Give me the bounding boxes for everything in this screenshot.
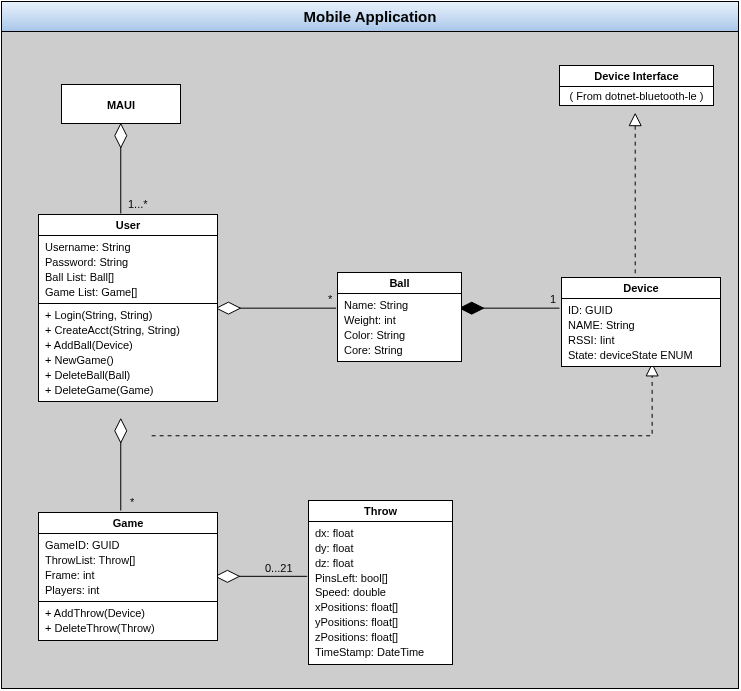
list-item: yPositions: float[] (315, 615, 446, 630)
list-item: dz: float (315, 556, 446, 571)
list-item: + DeleteBall(Ball) (45, 368, 211, 383)
list-item: Password: String (45, 255, 211, 270)
class-game-attrs: GameID: GUIDThrowList: Throw[]Frame: int… (39, 534, 217, 602)
class-throw-name: Throw (309, 501, 452, 522)
list-item: Weight: int (344, 313, 455, 328)
list-item: + CreateAcct(String, String) (45, 323, 211, 338)
diagram-title: Mobile Application (2, 2, 738, 32)
device-interface-subtitle: ( From dotnet-bluetooth-le ) (560, 87, 713, 105)
svg-marker-1 (115, 124, 127, 148)
list-item: + DeleteThrow(Throw) (45, 621, 211, 636)
diagram-frame: Mobile Application (1, 1, 739, 689)
mult-ball-device: 1 (550, 293, 556, 305)
class-game: Game GameID: GUIDThrowList: Throw[]Frame… (38, 512, 218, 641)
mult-maui-user: 1...* (128, 198, 148, 210)
class-game-ops: + AddThrow(Device)+ DeleteThrow(Throw) (39, 602, 217, 640)
mult-user-ball: * (328, 293, 332, 305)
class-device-attrs: ID: GUIDNAME: StringRSSI: IintState: dev… (562, 299, 720, 366)
list-item: Name: String (344, 298, 455, 313)
class-ball-name: Ball (338, 273, 461, 294)
svg-marker-3 (216, 302, 240, 314)
svg-marker-9 (115, 419, 127, 443)
list-item: Core: String (344, 343, 455, 358)
class-device: Device ID: GUIDNAME: StringRSSI: IintSta… (561, 277, 721, 367)
class-throw: Throw dx: floatdy: floatdz: floatPinsLef… (308, 500, 453, 665)
class-user-name: User (39, 215, 217, 236)
class-maui: MAUI (61, 84, 181, 124)
class-ball-attrs: Name: StringWeight: intColor: StringCore… (338, 294, 461, 361)
mult-game-throw: 0...21 (265, 562, 293, 574)
list-item: TimeStamp: DateTime (315, 645, 446, 660)
list-item: GameID: GUID (45, 538, 211, 553)
svg-marker-11 (215, 570, 239, 582)
list-item: xPositions: float[] (315, 600, 446, 615)
list-item: Players: int (45, 583, 211, 598)
mult-user-game: * (130, 496, 134, 508)
list-item: NAME: String (568, 318, 714, 333)
class-ball: Ball Name: StringWeight: intColor: Strin… (337, 272, 462, 362)
device-interface-name: Device Interface (560, 66, 713, 87)
class-device-name: Device (562, 278, 720, 299)
list-item: Game List: Game[] (45, 285, 211, 300)
list-item: ThrowList: Throw[] (45, 553, 211, 568)
class-user-ops: + Login(String, String)+ CreateAcct(Stri… (39, 304, 217, 401)
list-item: dy: float (315, 541, 446, 556)
class-device-interface: Device Interface ( From dotnet-bluetooth… (559, 65, 714, 106)
list-item: Username: String (45, 240, 211, 255)
list-item: State: deviceState ENUM (568, 348, 714, 363)
list-item: Color: String (344, 328, 455, 343)
class-user: User Username: StringPassword: StringBal… (38, 214, 218, 402)
list-item: Speed: double (315, 585, 446, 600)
list-item: RSSI: Iint (568, 333, 714, 348)
svg-marker-5 (460, 302, 484, 314)
list-item: + NewGame() (45, 353, 211, 368)
list-item: + AddBall(Device) (45, 338, 211, 353)
list-item: + DeleteGame(Game) (45, 383, 211, 398)
list-item: Ball List: Ball[] (45, 270, 211, 285)
svg-marker-7 (629, 114, 641, 126)
list-item: ID: GUID (568, 303, 714, 318)
list-item: zPositions: float[] (315, 630, 446, 645)
list-item: + AddThrow(Device) (45, 606, 211, 621)
class-game-name: Game (39, 513, 217, 534)
diagram-canvas: MAUI Device Interface ( From dotnet-blue… (2, 32, 738, 688)
class-user-attrs: Username: StringPassword: StringBall Lis… (39, 236, 217, 304)
list-item: Frame: int (45, 568, 211, 583)
list-item: PinsLeft: bool[] (315, 571, 446, 586)
class-maui-name: MAUI (62, 85, 180, 125)
list-item: + Login(String, String) (45, 308, 211, 323)
class-throw-attrs: dx: floatdy: floatdz: floatPinsLeft: boo… (309, 522, 452, 664)
list-item: dx: float (315, 526, 446, 541)
